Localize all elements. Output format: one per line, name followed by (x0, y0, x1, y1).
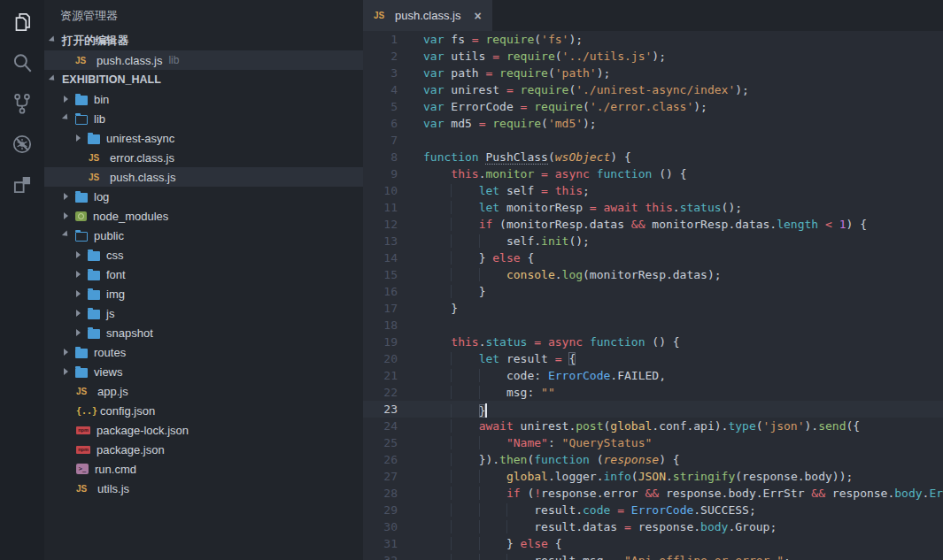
item-label: app.js (97, 385, 128, 398)
code-line-17[interactable]: 17 } (363, 300, 943, 317)
item-label: run.cmd (95, 463, 136, 476)
code-line-2[interactable]: 2var utils = require('../utils.js'); (363, 48, 943, 65)
line-text: await unirest.post(global.conf.api).type… (423, 418, 860, 434)
line-number: 22 (363, 384, 398, 401)
tree-item-js[interactable]: js (44, 303, 363, 323)
tree-item-utils-js[interactable]: JSutils.js (44, 479, 363, 498)
code-line-11[interactable]: 11 let monitorResp = await this.status()… (363, 199, 943, 216)
line-number: 15 (363, 266, 398, 283)
js-icon: JS (75, 56, 90, 65)
tree-item-routes[interactable]: routes (44, 342, 363, 362)
code-line-22[interactable]: 22 msg: "" (363, 384, 943, 401)
code-line-7[interactable]: 7 (363, 132, 943, 149)
line-number: 25 (363, 434, 398, 451)
tree-item-app-js[interactable]: JSapp.js (44, 381, 363, 401)
extensions-icon[interactable] (9, 172, 35, 198)
item-label: font (106, 268, 126, 281)
activity-bar (0, 0, 44, 560)
code-line-15[interactable]: 15 console.log(monitorResp.datas); (363, 266, 943, 283)
gutter-padding (398, 485, 423, 502)
debug-icon[interactable] (9, 131, 35, 157)
gutter-padding (398, 31, 423, 48)
line-number: 23 (363, 401, 398, 418)
code-line-21[interactable]: 21 code: ErrorCode.FAILED, (363, 367, 943, 384)
code-line-18[interactable]: 18 (363, 317, 943, 334)
tree-item-img[interactable]: img (44, 284, 363, 303)
code-line-6[interactable]: 6var md5 = require('md5'); (363, 115, 943, 132)
line-number: 30 (363, 518, 398, 535)
source-control-icon[interactable] (9, 90, 35, 117)
tree-item-config-json[interactable]: {..}config.json (44, 401, 363, 420)
line-number: 28 (363, 485, 398, 502)
item-label: public (94, 229, 124, 242)
code-line-30[interactable]: 30 result.datas = response.body.Group; (363, 518, 943, 535)
tree-item-push-class-js[interactable]: JSpush.class.js (44, 167, 363, 187)
code-line-3[interactable]: 3var path = require('path'); (363, 65, 943, 81)
code-line-13[interactable]: 13 self.init(); (363, 233, 943, 249)
editor-group: JS push.class.js × 1var fs = require('fs… (363, 0, 943, 560)
open-editor-push-class-js[interactable]: JSpush.class.jslib (44, 50, 363, 70)
code-line-26[interactable]: 26 }).then(function (response) { (363, 451, 943, 468)
code-area[interactable]: 1var fs = require('fs');2var utils = req… (363, 31, 943, 560)
line-number: 4 (363, 81, 398, 98)
gutter-padding (398, 367, 423, 384)
code-line-1[interactable]: 1var fs = require('fs'); (363, 31, 943, 48)
twistie-collapsed-icon (64, 368, 68, 375)
tree-item-node-modules[interactable]: node_modules (44, 206, 363, 226)
code-line-4[interactable]: 4var unirest = require('./unirest-async/… (363, 81, 943, 98)
code-line-19[interactable]: 19 this.status = async function () { (363, 334, 943, 350)
code-line-8[interactable]: 8function PushClass(wsObject) { (363, 149, 943, 165)
tree-item-lib[interactable]: lib (44, 109, 363, 128)
tree-item-log[interactable]: log (44, 187, 363, 206)
item-label: utils.js (97, 482, 129, 495)
js-icon: JS (76, 484, 91, 494)
line-number: 13 (363, 233, 398, 249)
tree-root-exhibition-hall[interactable]: EXHIBITION_HALL (44, 70, 363, 89)
code-line-32[interactable]: 32 result.msg = "Api offline or error "; (363, 552, 943, 560)
line-number: 1 (363, 31, 398, 48)
code-line-5[interactable]: 5var ErrorCode = require('./error.class'… (363, 98, 943, 115)
gutter-padding (398, 502, 423, 518)
item-label: package.json (97, 443, 165, 456)
tree-item-package-lock-json[interactable]: npmpackage-lock.json (44, 420, 363, 440)
code-line-10[interactable]: 10 let self = this; (363, 182, 943, 199)
code-line-14[interactable]: 14 } else { (363, 249, 943, 266)
tree-item-package-json[interactable]: npmpackage.json (44, 440, 363, 459)
gutter-padding (398, 334, 423, 350)
search-icon[interactable] (9, 50, 35, 76)
line-number: 6 (363, 115, 398, 132)
code-line-24[interactable]: 24 await unirest.post(global.conf.api).t… (363, 418, 943, 434)
folder-icon (88, 251, 100, 261)
item-detail: lib (168, 54, 179, 66)
gutter-padding (398, 552, 423, 560)
code-line-16[interactable]: 16 } (363, 283, 943, 300)
tree-item-font[interactable]: font (44, 265, 363, 284)
code-line-29[interactable]: 29 result.code = ErrorCode.SUCCESS; (363, 502, 943, 518)
line-text: if (!response.error && response.body.Err… (423, 485, 943, 502)
tree-item-views[interactable]: views (44, 362, 363, 381)
tree-item-unirest-async[interactable]: unirest-async (44, 128, 363, 148)
tree-item-snapshot[interactable]: snapshot (44, 323, 363, 342)
code-line-31[interactable]: 31 } else { (363, 535, 943, 552)
tree-item-error-class-js[interactable]: JSerror.class.js (44, 148, 363, 167)
code-line-27[interactable]: 27 global.logger.info(JSON.stringify(res… (363, 468, 943, 485)
tree-item-public[interactable]: public (44, 226, 363, 245)
code-line-23[interactable]: 23 } (363, 401, 943, 418)
tree-item-css[interactable]: css (44, 245, 363, 265)
code-line-20[interactable]: 20 let result = { (363, 350, 943, 367)
tab-push-class-js[interactable]: JS push.class.js × (363, 0, 492, 31)
tree-item-run-cmd[interactable]: >_run.cmd (44, 459, 363, 479)
tab-close-icon[interactable]: × (474, 10, 481, 22)
item-label: img (106, 288, 125, 301)
line-text: result.code = ErrorCode.SUCCESS; (423, 502, 756, 518)
code-line-12[interactable]: 12 if (monitorResp.datas && monitorResp.… (363, 216, 943, 233)
folder-icon (88, 271, 100, 280)
code-line-9[interactable]: 9 this.monitor = async function () { (363, 165, 943, 182)
explorer-icon[interactable] (9, 9, 35, 35)
open-editors-header[interactable]: 打开的编辑器 (44, 31, 363, 50)
code-line-28[interactable]: 28 if (!response.error && response.body.… (363, 485, 943, 502)
line-text: "Name": "QueryStatus" (423, 434, 652, 451)
code-line-25[interactable]: 25 "Name": "QueryStatus" (363, 434, 943, 451)
tree-item-bin[interactable]: bin (44, 89, 363, 109)
item-label: snapshot (106, 326, 153, 340)
